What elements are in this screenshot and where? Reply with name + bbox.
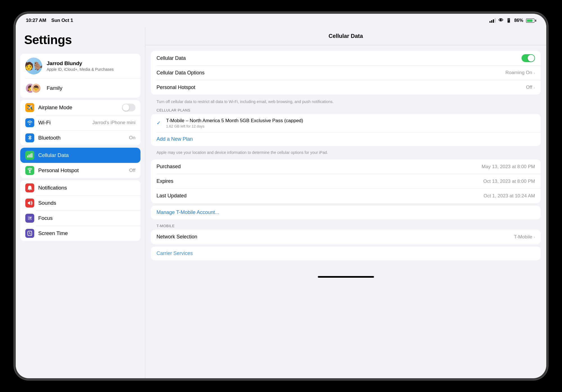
- settings-group-connectivity: ✈️ Airplane Mode: [20, 100, 140, 145]
- sidebar-item-focus[interactable]: Focus: [20, 211, 140, 226]
- family-label: Family: [47, 85, 62, 91]
- sidebar: Settings 🧑‍🦫 Jarrod Blundy Apple ID, iCl…: [16, 27, 145, 378]
- bluetooth-value: On: [129, 135, 135, 141]
- settings-group-cellular: Cellular Data Personal Ho: [20, 148, 140, 178]
- cellular-data-options-row[interactable]: Cellular Data Options Roaming On ›: [151, 65, 541, 80]
- sidebar-item-personal-hotspot[interactable]: Personal Hotspot Off: [20, 163, 140, 178]
- last-updated-row: Last Updated Oct 1, 2023 at 10:24 AM: [151, 189, 541, 203]
- status-right-icons: 👁 📱 86%: [490, 18, 536, 23]
- right-panel: Cellular Data Cellular Data Cellular Dat…: [145, 27, 546, 378]
- last-updated-value: Oct 1, 2023 at 10:24 AM: [484, 193, 535, 199]
- sounds-icon: [25, 199, 34, 208]
- expires-label: Expires: [157, 178, 483, 184]
- purchased-value: May 13, 2023 at 8:00 PM: [482, 164, 535, 170]
- right-panel-title: Cellular Data: [328, 33, 363, 39]
- sidebar-item-sounds[interactable]: Sounds: [20, 195, 140, 211]
- add-plan-row[interactable]: Add a New Plan: [151, 132, 541, 146]
- personal-hotspot-row-label: Personal Hotspot: [157, 85, 526, 90]
- ipad-frame: 10:27 AM Sun Oct 1 👁 📱 86%: [14, 12, 548, 380]
- sidebar-item-bluetooth[interactable]: Bluetooth On: [20, 130, 140, 145]
- airplane-toggle[interactable]: [122, 104, 135, 111]
- svg-rect-1: [29, 154, 30, 158]
- plan-info: T-Mobile – North America 5 Month 5GB Exc…: [166, 118, 535, 128]
- time-display: 10:27 AM: [26, 18, 46, 23]
- cellular-data-toggle-row[interactable]: Cellular Data: [151, 51, 541, 65]
- sidebar-item-screen-time[interactable]: Screen Time: [20, 226, 140, 241]
- airplane-mode-icon: ✈️: [25, 103, 34, 112]
- plan-row[interactable]: ✓ T-Mobile – North America 5 Month 5GB E…: [151, 114, 541, 132]
- chevron-icon: ›: [534, 85, 535, 90]
- signal-icon: [490, 18, 496, 23]
- profile-section: 🧑‍🦫 Jarrod Blundy Apple ID, iCloud+, Med…: [20, 54, 140, 98]
- cellular-data-row-label: Cellular Data: [157, 55, 522, 61]
- tmobile-section-label: T-MOBILE: [151, 222, 541, 230]
- sidebar-item-airplane-mode[interactable]: ✈️ Airplane Mode: [20, 100, 140, 115]
- info-group: Purchased May 13, 2023 at 8:00 PM Expire…: [151, 159, 541, 203]
- svg-rect-3: [31, 153, 32, 158]
- wifi-label: Wi-Fi: [38, 120, 89, 126]
- cellular-main-group: Cellular Data Cellular Data Options Roam…: [151, 51, 541, 95]
- bluetooth-icon: [25, 133, 34, 142]
- ipad-screen: 10:27 AM Sun Oct 1 👁 📱 86%: [16, 14, 546, 378]
- expires-value: Oct 13, 2023 at 8:00 PM: [483, 179, 535, 184]
- svg-rect-2: [30, 154, 31, 158]
- plans-note: Apple may use your location and device i…: [151, 148, 541, 159]
- sidebar-item-cellular-data[interactable]: Cellular Data: [20, 148, 140, 163]
- last-updated-label: Last Updated: [157, 193, 484, 199]
- screen-time-label: Screen Time: [38, 230, 135, 236]
- personal-hotspot-row[interactable]: Personal Hotspot Off ›: [151, 80, 541, 95]
- sidebar-item-notifications[interactable]: Notifications: [20, 180, 140, 195]
- personal-hotspot-value: Off: [129, 168, 135, 173]
- network-selection-row[interactable]: Network Selection T-Mobile ›: [151, 230, 541, 244]
- cellular-data-options-value: Roaming On ›: [506, 70, 535, 76]
- cellular-data-options-label: Cellular Data Options: [157, 70, 506, 76]
- carrier-services-group: Carrier Services: [151, 247, 541, 260]
- network-selection-label: Network Selection: [157, 234, 514, 240]
- wifi-status-icon: 📱: [506, 18, 511, 23]
- status-bar: 10:27 AM Sun Oct 1 👁 📱 86%: [16, 14, 546, 27]
- family-avatar-2: 👦: [31, 83, 41, 93]
- home-indicator: [318, 276, 374, 278]
- cellular-plans-label: CELLULAR PLANS: [151, 106, 541, 114]
- plans-group: ✓ T-Mobile – North America 5 Month 5GB E…: [151, 114, 541, 146]
- profile-item[interactable]: 🧑‍🦫 Jarrod Blundy Apple ID, iCloud+, Med…: [20, 54, 140, 78]
- personal-hotspot-icon: [25, 166, 34, 175]
- date-display: Sun Oct 1: [51, 18, 73, 23]
- personal-hotspot-row-value: Off ›: [526, 85, 535, 90]
- tmobile-group: Network Selection T-Mobile ›: [151, 230, 541, 244]
- carrier-services-row[interactable]: Carrier Services: [151, 247, 541, 260]
- profile-info: Jarrod Blundy Apple ID, iCloud+, Media &…: [47, 60, 135, 72]
- purchased-row: Purchased May 13, 2023 at 8:00 PM: [151, 159, 541, 174]
- status-time: 10:27 AM Sun Oct 1: [26, 18, 73, 23]
- plan-check-icon: ✓: [157, 120, 163, 126]
- chevron-icon: ›: [534, 234, 535, 239]
- main-layout: Settings 🧑‍🦫 Jarrod Blundy Apple ID, iCl…: [16, 27, 546, 378]
- cellular-data-note: Turn off cellular data to restrict all d…: [151, 97, 541, 106]
- purchased-label: Purchased: [157, 164, 482, 170]
- cellular-data-toggle[interactable]: [522, 54, 535, 62]
- eye-icon: 👁: [498, 18, 503, 23]
- sounds-label: Sounds: [38, 200, 135, 206]
- family-avatars: 👧 👦: [25, 83, 42, 94]
- wifi-value: Jarrod's iPhone mini: [92, 120, 135, 126]
- notifications-label: Notifications: [38, 185, 135, 191]
- battery-percent: 86%: [514, 18, 523, 23]
- family-item[interactable]: 👧 👦 Family: [20, 79, 140, 98]
- bluetooth-label: Bluetooth: [38, 135, 125, 141]
- screen-time-icon: [25, 229, 34, 238]
- profile-name: Jarrod Blundy: [47, 60, 135, 67]
- sidebar-item-wifi[interactable]: Wi-Fi Jarrod's iPhone mini: [20, 115, 140, 130]
- manage-account-row[interactable]: Manage T-Mobile Account...: [151, 206, 541, 219]
- plan-name: T-Mobile – North America 5 Month 5GB Exc…: [166, 118, 535, 124]
- notifications-icon: [25, 183, 34, 192]
- wifi-icon: [25, 118, 34, 127]
- settings-group-system: Notifications Sounds: [20, 180, 140, 241]
- right-panel-content: Cellular Data Cellular Data Options Roam…: [145, 45, 546, 274]
- home-indicator-area: [145, 274, 546, 283]
- manage-group: Manage T-Mobile Account...: [151, 206, 541, 219]
- right-panel-header: Cellular Data: [145, 27, 546, 45]
- svg-rect-0: [27, 156, 28, 158]
- plan-sub: 1.62 GB left for 12 days: [166, 124, 535, 128]
- personal-hotspot-label: Personal Hotspot: [38, 167, 125, 174]
- focus-icon: [25, 214, 34, 223]
